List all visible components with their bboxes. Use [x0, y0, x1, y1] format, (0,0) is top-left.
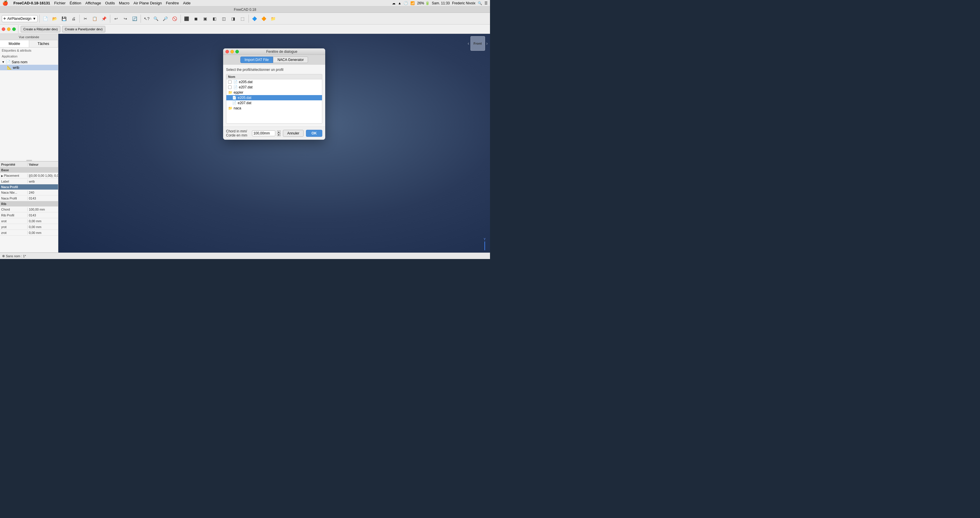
- prop-row-ribprofil[interactable]: Rib Profil 0143: [0, 212, 58, 218]
- workbench-dropdown[interactable]: ✈ AirPlaneDesign ▼: [2, 15, 38, 22]
- prop-row-zrot[interactable]: zrot 0,00 mm: [0, 230, 58, 236]
- prop-row-xrot[interactable]: xrot 0,00 mm: [0, 218, 58, 224]
- nav-cube[interactable]: Front: [471, 36, 485, 51]
- document-icon: 📄: [6, 60, 11, 64]
- open-button[interactable]: 📂: [51, 14, 59, 23]
- zoom-fit-button[interactable]: 🔍: [152, 14, 160, 23]
- create-panel-button[interactable]: Create a Panel(under dev): [62, 26, 105, 32]
- window-maximize-button[interactable]: [12, 27, 16, 31]
- file-icon-e207: 📄: [233, 85, 238, 89]
- view-bottom-button[interactable]: ⬚: [239, 14, 247, 23]
- prop-nacanr-value: 240: [28, 191, 58, 194]
- create-rib-button[interactable]: Create a Rib(under dev): [21, 26, 60, 32]
- redo-button[interactable]: ↪: [121, 14, 129, 23]
- menu-fichier[interactable]: Fichier: [54, 1, 65, 5]
- prop-row-placement[interactable]: Placement [(0,00 0,00 1,00); 0,00 °; (0,…: [0, 173, 58, 178]
- print-button[interactable]: 🖨: [69, 14, 78, 23]
- tree-item-sansnom[interactable]: ▼ 📄 Sans nom: [0, 59, 58, 65]
- spinner-up[interactable]: ▲: [277, 130, 281, 133]
- menu-aide[interactable]: Aide: [183, 1, 191, 5]
- file-item-eppler-e207[interactable]: 📄 e207.dat: [226, 100, 322, 106]
- panel-resize-handle[interactable]: [26, 160, 32, 161]
- dialog-tab-import[interactable]: Import DAT File: [240, 57, 273, 63]
- view-top-button[interactable]: ▣: [201, 14, 209, 23]
- hide-button[interactable]: 🚫: [171, 14, 179, 23]
- menu-edition[interactable]: Édition: [70, 1, 81, 5]
- viewport[interactable]: ‹ Front › Y Fenêtre de dialogue: [58, 34, 490, 259]
- part2-button[interactable]: 🔶: [260, 14, 268, 23]
- prop-row-label[interactable]: Label wrib: [0, 178, 58, 184]
- menu-outils[interactable]: Outils: [105, 1, 115, 5]
- prop-row-nacanr[interactable]: Naca Nbr... 240: [0, 189, 58, 195]
- prop-row-chord[interactable]: Chord 100,00 mm: [0, 207, 58, 212]
- tree-item-wrib[interactable]: 📐 wrib: [0, 65, 58, 70]
- apple-menu[interactable]: 🍎: [2, 0, 8, 6]
- new-button[interactable]: 📄: [41, 14, 49, 23]
- spinner-down[interactable]: ▼: [277, 133, 281, 136]
- file-checkbox-e205[interactable]: [228, 80, 232, 84]
- dialog-minimize-button[interactable]: [231, 50, 234, 53]
- tab-taches[interactable]: Tâches: [29, 40, 58, 47]
- dropdown-arrow: ▼: [33, 17, 36, 21]
- view-home-button[interactable]: ⬛: [183, 14, 191, 23]
- help-cursor-button[interactable]: ↖?: [143, 14, 151, 23]
- dialog-tab-naca[interactable]: NACA Generator: [273, 57, 308, 63]
- refresh-button[interactable]: 🔄: [130, 14, 139, 23]
- file-checkbox-e207[interactable]: [228, 86, 232, 89]
- view-front-button[interactable]: ◼: [192, 14, 200, 23]
- dialog-zoom-button[interactable]: [235, 50, 239, 53]
- axis-line: [484, 242, 485, 250]
- undo-button[interactable]: ↩: [112, 14, 120, 23]
- window-close-button[interactable]: [2, 27, 5, 31]
- folder-label-naca: naca: [234, 106, 241, 110]
- part-button[interactable]: 🔷: [251, 14, 259, 23]
- prop-ribprofil-name: Rib Profil: [0, 213, 28, 217]
- chord-spinner[interactable]: ▲ ▼: [277, 130, 281, 136]
- copy-button[interactable]: 📋: [91, 14, 99, 23]
- file-item-naca[interactable]: 📁 naca: [226, 106, 322, 111]
- cut-button[interactable]: ✂: [81, 14, 89, 23]
- nav-right-arrow[interactable]: ›: [486, 41, 488, 46]
- view-iso-button[interactable]: ◫: [220, 14, 228, 23]
- prop-ribprofil-value: 0143: [28, 213, 58, 217]
- window-minimize-button[interactable]: [7, 27, 11, 31]
- ok-button[interactable]: OK: [306, 130, 322, 137]
- cancel-button[interactable]: Annuler: [283, 130, 304, 137]
- prop-section-naca: Naca Profil: [0, 184, 58, 189]
- tree-arrow: ▼: [2, 60, 5, 64]
- dialog-close-button[interactable]: [226, 50, 229, 53]
- file-item-e205[interactable]: 📄 e205.dat: [226, 79, 322, 84]
- menu-affichage[interactable]: Affichage: [86, 1, 101, 5]
- paste-button[interactable]: 📌: [100, 14, 108, 23]
- prop-label-value: wrib: [28, 180, 58, 183]
- view-right-button[interactable]: ◧: [211, 14, 219, 23]
- folder-icon-eppler: 📁: [228, 91, 232, 94]
- save-button[interactable]: 💾: [60, 14, 68, 23]
- properties-panel: Propriété Valeur Base Placement [(0,00 0…: [0, 161, 58, 252]
- view-back-button[interactable]: ◨: [229, 14, 237, 23]
- prop-row-yrot[interactable]: yrot 0,00 mm: [0, 224, 58, 230]
- prop-row-nacaprofil[interactable]: Naca Profil 0143: [0, 195, 58, 201]
- file-item-eppler[interactable]: 📁 eppler: [226, 90, 322, 95]
- toolbar-sep-3: [110, 14, 110, 23]
- file-list[interactable]: Nom 📄 e205.dat 📄 e207.dat: [226, 74, 322, 124]
- zoom-button[interactable]: 🔎: [161, 14, 169, 23]
- menu-airplane[interactable]: Air Plane Design: [134, 1, 162, 5]
- tab-modele[interactable]: Modèle: [0, 40, 29, 47]
- menu-macro[interactable]: Macro: [119, 1, 129, 5]
- prop-chord-name: Chord: [0, 208, 28, 211]
- file-icon-e205: 📄: [233, 80, 238, 84]
- menu-fenetre[interactable]: Fenêtre: [166, 1, 179, 5]
- prop-placement-value: [(0,00 0,00 1,00); 0,00 °; (0,00 mm 0,00…: [28, 174, 58, 177]
- chord-input[interactable]: [252, 130, 275, 136]
- nav-left-arrow[interactable]: ‹: [468, 41, 469, 46]
- prop-section-rib: Rib: [0, 201, 58, 207]
- file-label-eppler-e207: e207.dat: [238, 101, 251, 105]
- file-item-e207[interactable]: 📄 e207.dat: [226, 84, 322, 90]
- menubar: 🍎 FreeCAD-0.18-16131 Fichier Édition Aff…: [0, 0, 490, 6]
- file-icon-eppler-e207: 📄: [232, 101, 237, 105]
- prop-section-base: Base: [0, 167, 58, 173]
- file-item-eppler-e205[interactable]: 📄 e205.dat: [226, 95, 322, 100]
- folder-button[interactable]: 📁: [269, 14, 277, 23]
- prop-nacaprofil-value: 0143: [28, 197, 58, 200]
